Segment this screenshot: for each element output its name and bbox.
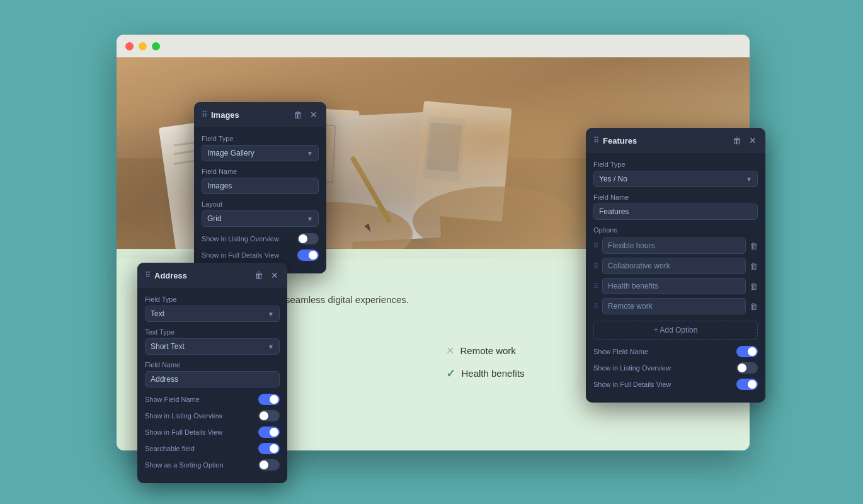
panel-images-close-button[interactable]: ✕ xyxy=(309,108,319,121)
option-drag-icon-3[interactable]: ⠿ xyxy=(593,282,598,290)
address-show-listing-row: Show in Listing Overview xyxy=(145,410,280,421)
features-options-label: Options xyxy=(593,226,758,234)
images-show-full-toggle[interactable] xyxy=(297,249,319,261)
chevron-down-icon-2: ▼ xyxy=(307,215,313,222)
toggle-thumb-4 xyxy=(260,411,268,420)
images-show-full-row: Show in Full Details View xyxy=(202,249,319,261)
chevron-down-icon: ▼ xyxy=(307,150,313,157)
features-show-full-row: Show in Full Details View xyxy=(593,379,758,390)
images-show-listing-toggle[interactable] xyxy=(297,233,319,244)
address-field-type-select[interactable]: Text ▼ xyxy=(145,306,280,322)
images-field-type-row: Field Type Image Gallery ▼ xyxy=(202,135,319,161)
dot-red[interactable] xyxy=(125,42,134,50)
chevron-down-icon-5: ▼ xyxy=(746,176,752,183)
option-input-1[interactable]: Flexible hours xyxy=(602,238,746,254)
address-text-type-select[interactable]: Short Text ▼ xyxy=(145,338,280,355)
feature-label-4: Health benefits xyxy=(462,368,525,379)
address-field-type-value: Text xyxy=(151,309,164,318)
panel-images-body: Field Type Image Gallery ▼ Field Name Im… xyxy=(194,127,326,273)
option-input-3[interactable]: Health benefits xyxy=(602,278,746,294)
drag-handle-icon-feat[interactable]: ⠿ xyxy=(593,136,599,145)
features-field-type-select[interactable]: Yes / No ▼ xyxy=(593,171,758,187)
panel-images-title: Images xyxy=(211,110,239,120)
address-searchable-row: Searchable field xyxy=(145,443,280,454)
panel-images-delete-button[interactable]: 🗑 xyxy=(292,108,304,121)
panel-features: ⠿ Features 🗑 ✕ Field Type Yes / No ▼ Fie… xyxy=(586,128,765,403)
dot-yellow[interactable] xyxy=(139,42,147,50)
option-drag-icon-4[interactable]: ⠿ xyxy=(593,302,598,311)
toggle-thumb-6 xyxy=(270,444,278,453)
toggle-thumb-10 xyxy=(748,380,757,389)
address-sorting-label: Show as a Sorting Option xyxy=(145,461,224,469)
address-show-listing-toggle[interactable] xyxy=(258,410,280,421)
address-show-listing-label: Show in Listing Overview xyxy=(145,411,222,420)
address-field-type-label: Field Type xyxy=(145,295,280,303)
panel-address-header: ⠿ Address 🗑 ✕ xyxy=(137,263,287,288)
images-field-type-select[interactable]: Image Gallery ▼ xyxy=(202,145,319,161)
address-show-full-toggle[interactable] xyxy=(258,427,280,438)
features-field-type-value: Yes / No xyxy=(599,175,627,183)
panel-images: ⠿ Images 🗑 ✕ Field Type Image Gallery ▼ … xyxy=(194,102,326,273)
svg-rect-16 xyxy=(350,156,392,224)
address-searchable-toggle[interactable] xyxy=(258,443,280,454)
option-drag-icon-2[interactable]: ⠿ xyxy=(593,262,598,270)
drag-handle-icon-addr[interactable]: ⠿ xyxy=(145,271,151,280)
panel-images-title-area: ⠿ Images xyxy=(202,110,239,120)
drag-handle-icon[interactable]: ⠿ xyxy=(202,110,207,119)
images-layout-select[interactable]: Grid ▼ xyxy=(202,210,319,227)
option-item-3: ⠿ Health benefits 🗑 xyxy=(593,278,758,294)
panel-address: ⠿ Address 🗑 ✕ Field Type Text ▼ Text Typ… xyxy=(137,263,287,483)
panel-address-close-button[interactable]: ✕ xyxy=(270,269,280,282)
address-text-type-label: Text Type xyxy=(145,328,280,336)
features-field-type-label: Field Type xyxy=(593,161,758,168)
features-show-field-name-label: Show Field Name xyxy=(593,347,648,356)
panel-images-actions: 🗑 ✕ xyxy=(292,108,319,121)
images-field-type-label: Field Type xyxy=(202,135,319,142)
address-sorting-toggle[interactable] xyxy=(258,459,280,471)
option-input-2[interactable]: Collaborative work xyxy=(602,258,746,274)
option-input-4[interactable]: Remote work xyxy=(602,298,746,314)
option-delete-button-2[interactable]: 🗑 xyxy=(750,261,758,271)
features-show-listing-label: Show in Listing Overview xyxy=(593,364,671,372)
features-show-field-name-toggle[interactable] xyxy=(736,346,758,357)
toggle-thumb-3 xyxy=(270,395,278,404)
images-field-name-label: Field Name xyxy=(202,168,319,175)
dot-green[interactable] xyxy=(152,42,160,50)
panel-features-close-button[interactable]: ✕ xyxy=(748,134,758,147)
address-text-type-row: Text Type Short Text ▼ xyxy=(145,328,280,355)
toggle-thumb-9 xyxy=(738,364,746,372)
address-field-name-row: Field Name Address xyxy=(145,361,280,387)
panel-address-title-area: ⠿ Address xyxy=(145,271,187,280)
cross-icon-1: ✕ xyxy=(446,345,454,357)
panel-address-delete-button[interactable]: 🗑 xyxy=(253,269,265,282)
add-option-button[interactable]: + Add Option xyxy=(593,321,758,340)
images-layout-value: Grid xyxy=(207,214,222,223)
features-show-listing-row: Show in Listing Overview xyxy=(593,362,758,374)
images-field-name-input[interactable]: Images xyxy=(202,178,319,194)
option-delete-button-3[interactable]: 🗑 xyxy=(750,282,758,291)
features-show-full-toggle[interactable] xyxy=(736,379,758,390)
toggle-thumb-8 xyxy=(748,347,757,356)
features-field-name-input[interactable]: Features xyxy=(593,203,758,220)
toggle-thumb-5 xyxy=(270,428,278,437)
features-field-name-label: Field Name xyxy=(593,193,758,201)
panel-features-delete-button[interactable]: 🗑 xyxy=(731,134,743,147)
option-delete-button-4[interactable]: 🗑 xyxy=(750,302,758,311)
panel-address-actions: 🗑 ✕ xyxy=(253,269,280,282)
images-show-listing-row: Show in Listing Overview xyxy=(202,233,319,244)
option-drag-icon-1[interactable]: ⠿ xyxy=(593,242,598,250)
address-show-field-name-toggle[interactable] xyxy=(258,394,280,405)
features-show-full-label: Show in Full Details View xyxy=(593,380,671,389)
svg-marker-17 xyxy=(365,224,373,233)
address-field-name-input[interactable]: Address xyxy=(145,371,280,387)
features-show-listing-toggle[interactable] xyxy=(736,362,758,374)
svg-rect-13 xyxy=(426,122,462,172)
address-searchable-label: Searchable field xyxy=(145,444,195,453)
feature-label-2: Remote work xyxy=(460,345,516,356)
panel-address-body: Field Type Text ▼ Text Type Short Text ▼… xyxy=(137,288,287,483)
images-field-type-value: Image Gallery xyxy=(207,149,254,158)
browser-titlebar xyxy=(117,35,750,57)
images-layout-row: Layout Grid ▼ xyxy=(202,200,319,227)
option-delete-button-1[interactable]: 🗑 xyxy=(750,241,758,251)
address-show-field-name-row: Show Field Name xyxy=(145,394,280,405)
